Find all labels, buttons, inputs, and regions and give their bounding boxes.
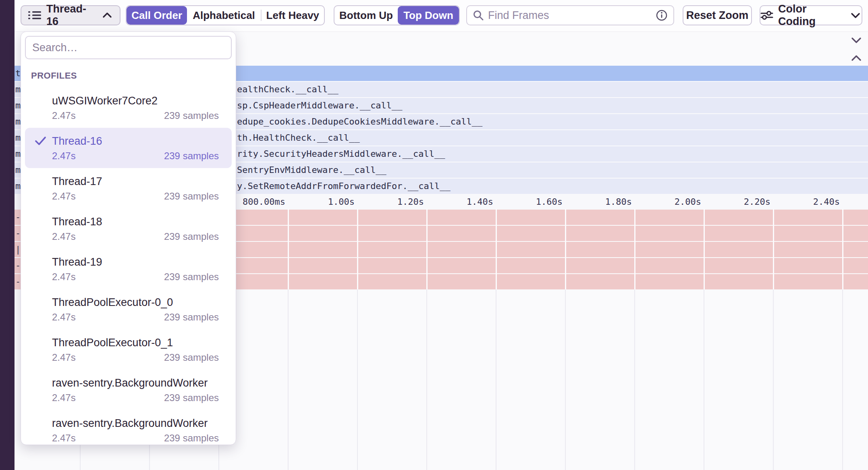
gridline [288,289,289,470]
tab-call-order[interactable]: Call Order [127,6,187,25]
profile-name: raven-sentry.BackgroundWorker [52,377,208,389]
chevron-up-icon [101,11,113,20]
axis-tick-label: 1.20s [363,194,424,210]
thread-selector-button[interactable]: Thread-16 [21,5,120,25]
axis-tick-label: 2.40s [779,194,840,210]
profile-item[interactable]: ThreadPoolExecutor-0_0 2.47s 239 samples [25,289,232,329]
axis-tick-label: 2.00s [641,194,701,210]
profiles-section-label: PROFILES [31,71,77,81]
profile-name: Thread-19 [52,256,102,268]
gridline [773,289,774,470]
profile-item[interactable]: Thread-18 2.47s 239 samples [25,208,232,249]
profile-item[interactable]: Thread-19 2.47s 239 samples [25,249,232,289]
frame-label-fragment: m [15,114,21,129]
find-frames-input[interactable]: Find Frames [466,5,674,25]
profile-duration: 2.47s [52,312,76,324]
chevron-up-icon[interactable] [849,53,863,63]
gridline [634,289,635,470]
color-coding-button[interactable]: Color Coding [760,5,862,25]
axis-tick-label: 1.00s [294,194,355,210]
profile-samples: 239 samples [164,271,219,283]
profile-duration: 2.47s [52,433,76,445]
gridline [496,289,496,470]
frame-label: ealthCheck.__call__ [237,82,338,97]
profile-name: Thread-17 [52,175,102,188]
gridline [426,209,428,289]
gridline [288,209,289,289]
chevron-down-icon[interactable] [849,35,863,46]
gridline [426,289,427,470]
profile-item[interactable]: ThreadPoolExecutor-0_1 2.47s 239 samples [25,329,232,370]
gridline [565,209,566,289]
color-coding-label: Color Coding [778,3,845,28]
profile-duration: 2.47s [52,271,76,283]
info-icon[interactable] [656,9,668,21]
axis-tick-label: 1.60s [502,194,563,210]
sort-segmented-control: Call Order Alphabetical Left Heavy [126,5,325,25]
frame-label-fragment: m [15,82,21,97]
axis-tick-label: 1.40s [433,194,493,210]
profiler-screen: t m ealthCheck.__call__ m sp.CspHeaderMi… [0,0,868,470]
view-segmented-control: Bottom Up Top Down [334,5,460,25]
profile-duration: 2.47s [52,352,76,364]
thread-selector-dropdown: Search… PROFILES uWSGIWorker7Core2 2.47s… [21,31,236,445]
find-frames-placeholder: Find Frames [488,9,652,22]
frame-label: rity.SecurityHeadersMiddleware.__call__ [237,146,445,162]
profile-name: ThreadPoolExecutor-0_1 [52,337,173,349]
frame-label: sp.CspHeaderMiddleware.__call__ [237,98,403,113]
gridline [357,289,358,470]
frame-label-fragment: m [15,98,21,113]
frame-label-fragment: - [15,226,21,241]
profile-name: ThreadPoolExecutor-0_0 [52,296,173,309]
gridline [565,289,566,470]
toolbar: Thread-16 Call Order Alphabetical Left H… [15,0,868,31]
profile-item[interactable]: Thread-17 2.47s 239 samples [25,168,232,208]
gridline [842,209,843,289]
list-icon [28,10,42,21]
profile-name: Thread-18 [52,216,102,228]
profile-name: raven-sentry.BackgroundWorker [52,417,208,430]
reset-zoom-label: Reset Zoom [686,9,749,22]
profile-item[interactable]: raven-sentry.BackgroundWorker 2.47s 239 … [25,370,232,410]
frame-label-fragment: m [15,130,21,146]
thread-selector-label: Thread-16 [46,3,96,28]
profile-samples: 239 samples [164,191,219,203]
frame-label-fragment: - [15,258,21,273]
profile-duration: 2.47s [52,191,76,203]
profile-duration: 2.47s [52,150,76,162]
gridline [704,209,705,289]
reset-zoom-button[interactable]: Reset Zoom [683,5,752,25]
axis-tick-label: 1.80s [571,194,632,210]
profiles-list: uWSGIWorker7Core2 2.47s 239 samples Thre… [21,87,236,445]
frame-label: SentryEnvMiddleware.__call__ [237,162,386,178]
profile-duration: 2.47s [52,392,76,404]
chevron-down-icon [849,11,862,20]
frame-label: edupe_cookies.DedupeCookiesMiddleware.__… [237,114,482,129]
profile-samples: 239 samples [164,110,219,122]
profile-item-selected[interactable]: Thread-16 2.47s 239 samples [25,128,232,168]
profile-samples: 239 samples [164,433,219,445]
tab-bottom-up[interactable]: Bottom Up [334,6,398,25]
gridline [773,209,774,289]
gridline [496,209,497,289]
profile-name: Thread-16 [52,135,102,148]
gridline [704,289,704,470]
frame-label: th.HealthCheck.__call__ [237,130,360,146]
tab-top-down[interactable]: Top Down [398,6,459,25]
tab-alphabetical[interactable]: Alphabetical [187,6,260,25]
profile-samples: 239 samples [164,352,219,364]
frame-label-fragment: t [15,66,21,81]
frame-label-fragment: m [15,146,21,162]
profile-samples: 239 samples [164,150,219,162]
profile-item[interactable]: uWSGIWorker7Core2 2.47s 239 samples [25,87,232,128]
dropdown-search-input[interactable]: Search… [25,36,232,59]
profile-name: uWSGIWorker7Core2 [52,95,158,107]
profile-samples: 239 samples [164,392,219,404]
dropdown-search-placeholder: Search… [26,42,78,54]
frame-label-fragment: m [15,179,21,194]
profile-samples: 239 samples [164,312,219,324]
frame-label-fragment: - [15,210,21,225]
profile-samples: 239 samples [164,231,219,243]
tab-left-heavy[interactable]: Left Heavy [262,6,324,25]
profile-item[interactable]: raven-sentry.BackgroundWorker 2.47s 239 … [25,410,232,445]
